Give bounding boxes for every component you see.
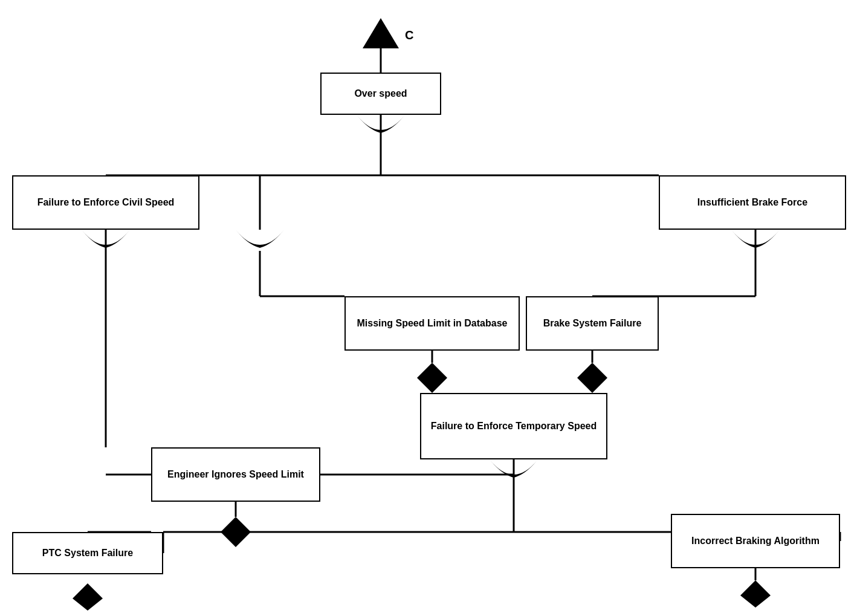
failure-civil-label: Failure to Enforce Civil Speed (37, 196, 175, 209)
insufficient-brake-label: Insufficient Brake Force (697, 196, 807, 209)
brake-system-box: Brake System Failure (526, 296, 659, 351)
diamond-brake-system (577, 363, 607, 393)
or-gate-mid (236, 230, 284, 248)
diagram-container: C (0, 0, 857, 616)
failure-temporary-box: Failure to Enforce Temporary Speed (420, 393, 607, 459)
incorrect-braking-label: Incorrect Braking Algorithm (691, 535, 820, 548)
diamond-incorrect-braking (740, 580, 771, 608)
incorrect-braking-box: Incorrect Braking Algorithm (671, 514, 840, 568)
top-arrow-icon (363, 18, 399, 48)
ptc-failure-box: PTC System Failure (12, 532, 163, 574)
brake-system-label: Brake System Failure (543, 317, 642, 330)
missing-speed-label: Missing Speed Limit in Database (357, 317, 508, 330)
over-speed-box: Over speed (320, 73, 441, 115)
diamond-ptc (73, 583, 103, 611)
insufficient-brake-box: Insufficient Brake Force (659, 175, 846, 230)
ptc-failure-label: PTC System Failure (42, 547, 133, 560)
over-speed-label: Over speed (354, 88, 407, 100)
engineer-ignores-box: Engineer Ignores Speed Limit (151, 447, 320, 502)
engineer-ignores-label: Engineer Ignores Speed Limit (167, 468, 304, 481)
missing-speed-box: Missing Speed Limit in Database (344, 296, 520, 351)
failure-temporary-label: Failure to Enforce Temporary Speed (431, 420, 597, 433)
failure-civil-box: Failure to Enforce Civil Speed (12, 175, 199, 230)
diamond-missing-speed (417, 363, 447, 393)
c-label: C (405, 28, 413, 42)
